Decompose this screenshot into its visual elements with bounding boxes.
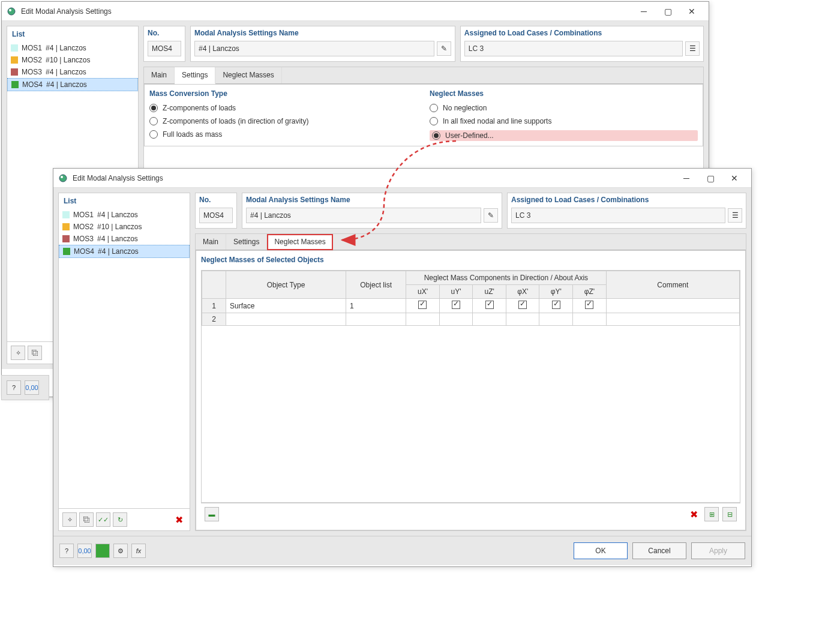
radio-full-loads[interactable]: Full loads as mass bbox=[149, 130, 418, 139]
titlebar-1: Edit Modal Analysis Settings ─ ▢ ✕ bbox=[2, 2, 709, 21]
cell-list[interactable] bbox=[346, 313, 406, 326]
cell-comment[interactable] bbox=[606, 313, 739, 326]
window-front: Edit Modal Analysis Settings ─ ▢ ✕ List … bbox=[53, 168, 752, 567]
table-delete-icon[interactable]: ✖ bbox=[686, 507, 701, 521]
th-uz: uZ' bbox=[473, 285, 506, 299]
apply-button[interactable]: Apply bbox=[691, 542, 745, 559]
cell-type[interactable] bbox=[226, 313, 346, 326]
name-label: Modal Analysis Settings Name bbox=[246, 196, 498, 204]
decimals-icon[interactable]: 0,00 bbox=[77, 544, 92, 558]
close-button[interactable]: ✕ bbox=[680, 3, 704, 20]
help-icon[interactable]: ? bbox=[7, 380, 21, 395]
th-object-type: Object Type bbox=[226, 271, 346, 299]
assigned-field[interactable]: LC 3 bbox=[511, 208, 725, 223]
th-object-list: Object list bbox=[346, 271, 406, 299]
table-section-title: Neglect Masses of Selected Objects bbox=[201, 256, 740, 264]
checkbox-uy[interactable] bbox=[452, 301, 460, 309]
titlebar-2: Edit Modal Analysis Settings ─ ▢ ✕ bbox=[53, 169, 751, 188]
list-header-1: List bbox=[7, 26, 138, 42]
tab-settings[interactable]: Settings bbox=[175, 67, 215, 84]
checkbox-phiy[interactable] bbox=[552, 301, 560, 309]
check-icon[interactable]: ✓✓ bbox=[96, 512, 110, 527]
neglect-masses-table: Object Type Object list Neglect Mass Com… bbox=[202, 271, 740, 326]
ok-button[interactable]: OK bbox=[574, 542, 628, 559]
th-ux: uX' bbox=[406, 285, 440, 299]
th-comment: Comment bbox=[606, 271, 739, 299]
app-icon bbox=[58, 173, 68, 183]
list-item[interactable]: MOS1#4 | Lanczos bbox=[59, 209, 190, 221]
th-phix: φX' bbox=[506, 285, 539, 299]
assigned-picker-icon[interactable]: ☰ bbox=[685, 41, 700, 56]
svg-point-3 bbox=[61, 176, 63, 178]
radio-no-neglection[interactable]: No neglection bbox=[430, 104, 698, 112]
cell-list[interactable]: 1 bbox=[346, 299, 406, 313]
checkbox-ux[interactable] bbox=[418, 301, 427, 309]
refresh-icon[interactable]: ↻ bbox=[113, 512, 127, 527]
th-phiz: φZ' bbox=[573, 285, 607, 299]
assigned-picker-icon[interactable]: ☰ bbox=[728, 208, 742, 223]
copy-icon[interactable]: ⿻ bbox=[79, 512, 94, 527]
list-item[interactable]: MOS1#4 | Lanczos bbox=[7, 42, 138, 54]
list-item-selected[interactable]: MOS4#4 | Lanczos bbox=[59, 245, 190, 258]
help-icon[interactable]: ? bbox=[59, 544, 74, 558]
edit-name-icon[interactable]: ✎ bbox=[437, 41, 451, 56]
radio-z-components[interactable]: Z-components of loads bbox=[149, 104, 418, 112]
list-item[interactable]: MOS3#4 | Lanczos bbox=[7, 66, 138, 78]
decimals-icon[interactable]: 0,00 bbox=[25, 380, 39, 395]
delete-icon[interactable]: ✖ bbox=[172, 512, 186, 527]
edit-name-icon[interactable]: ✎ bbox=[484, 208, 498, 223]
neglect-section-title: Neglect Masses bbox=[430, 89, 698, 98]
copy-icon[interactable]: ⿻ bbox=[28, 346, 42, 360]
minimize-button[interactable]: ─ bbox=[632, 3, 656, 20]
assigned-label: Assigned to Load Cases / Combinations bbox=[511, 196, 742, 204]
new-icon[interactable]: ✧ bbox=[62, 512, 77, 527]
color-icon[interactable] bbox=[95, 544, 110, 558]
th-uy: uY' bbox=[439, 285, 473, 299]
tab-main[interactable]: Main bbox=[196, 234, 226, 250]
tab-neglect-masses[interactable]: Neglect Masses bbox=[267, 234, 332, 250]
excel-import-icon[interactable]: ⊟ bbox=[722, 507, 737, 521]
excel-export-icon[interactable]: ⊞ bbox=[704, 507, 719, 521]
list-item-selected[interactable]: MOS4#4 | Lanczos bbox=[7, 78, 138, 91]
fx-icon[interactable]: fx bbox=[131, 544, 146, 558]
no-field[interactable]: MOS4 bbox=[199, 208, 233, 223]
checkbox-phiz[interactable] bbox=[585, 301, 593, 309]
table-tool-icon[interactable]: ▬ bbox=[205, 507, 219, 521]
svg-point-0 bbox=[8, 8, 15, 15]
new-icon[interactable]: ✧ bbox=[11, 346, 25, 360]
close-button[interactable]: ✕ bbox=[722, 170, 746, 187]
tab-main[interactable]: Main bbox=[144, 67, 175, 83]
window-title-1: Edit Modal Analysis Settings bbox=[21, 7, 632, 16]
svg-point-2 bbox=[59, 175, 67, 182]
cell-comment[interactable] bbox=[606, 299, 739, 313]
cell-type[interactable]: Surface bbox=[226, 299, 346, 313]
no-field[interactable]: MOS4 bbox=[148, 41, 181, 56]
list-header-2: List bbox=[59, 193, 190, 209]
th-group: Neglect Mass Components in Direction / A… bbox=[406, 271, 606, 285]
list-item[interactable]: MOS2#10 | Lanczos bbox=[7, 54, 138, 66]
maximize-button[interactable]: ▢ bbox=[698, 170, 722, 187]
checkbox-phix[interactable] bbox=[518, 301, 527, 309]
cancel-button[interactable]: Cancel bbox=[632, 542, 686, 559]
assigned-field[interactable]: LC 3 bbox=[464, 41, 683, 56]
no-label: No. bbox=[199, 196, 233, 204]
radio-fixed-supports[interactable]: In all fixed nodal and line supports bbox=[430, 117, 698, 125]
radio-z-components-gravity[interactable]: Z-components of loads (in direction of g… bbox=[149, 117, 418, 125]
no-label: No. bbox=[148, 29, 181, 37]
table-row[interactable]: 1 Surface 1 bbox=[202, 299, 740, 313]
table-row[interactable]: 2 bbox=[202, 313, 740, 326]
name-field[interactable]: #4 | Lanczos bbox=[246, 208, 481, 223]
name-field[interactable]: #4 | Lanczos bbox=[194, 41, 434, 56]
tool-icon[interactable]: ⚙ bbox=[113, 544, 128, 558]
name-label: Modal Analysis Settings Name bbox=[194, 29, 451, 37]
tab-neglect-masses[interactable]: Neglect Masses bbox=[215, 67, 281, 83]
tab-settings[interactable]: Settings bbox=[226, 234, 267, 250]
checkbox-uz[interactable] bbox=[485, 301, 494, 309]
minimize-button[interactable]: ─ bbox=[674, 170, 698, 187]
list-item[interactable]: MOS3#4 | Lanczos bbox=[59, 233, 190, 245]
maximize-button[interactable]: ▢ bbox=[656, 3, 680, 20]
radio-user-defined[interactable]: User-Defined... bbox=[430, 130, 698, 141]
mass-section-title: Mass Conversion Type bbox=[149, 89, 418, 98]
assigned-label: Assigned to Load Cases / Combinations bbox=[464, 29, 700, 37]
list-item[interactable]: MOS2#10 | Lanczos bbox=[59, 221, 190, 233]
